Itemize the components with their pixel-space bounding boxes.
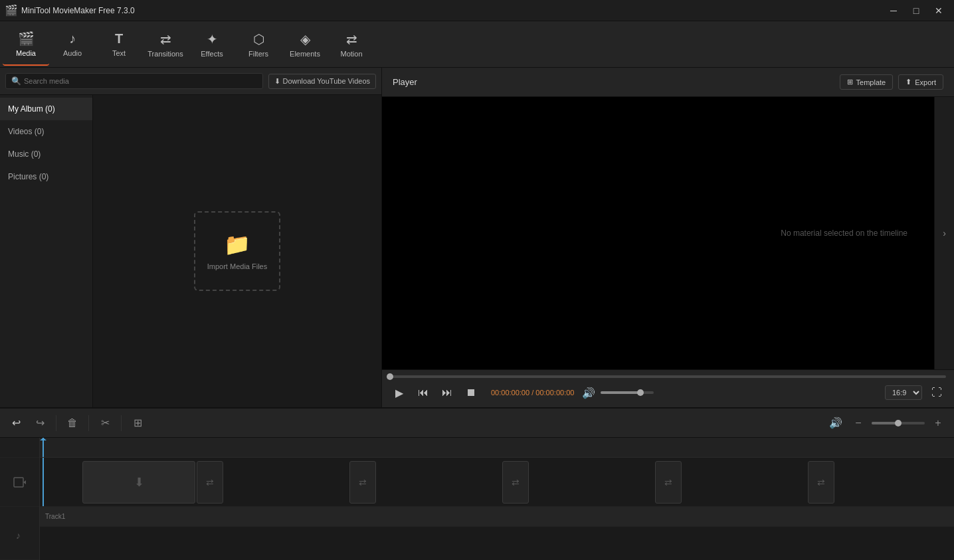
sidebar-item-pictures[interactable]: Pictures (0) [0,165,92,188]
toolbar-separator-3 [121,415,122,431]
undo-button[interactable]: ↩ [5,413,27,434]
zoom-slider[interactable] [872,422,925,424]
elements-icon: ◈ [300,31,310,47]
timeline-ruler [40,438,954,458]
left-panel-header: 🔍 ⬇ Download YouTube Videos [0,68,381,95]
export-icon: ⬆ [906,78,911,86]
zoom-in-button[interactable]: + [927,413,949,434]
clip-download-icon: ⬇ [134,475,144,490]
main-content: 🔍 ⬇ Download YouTube Videos My Album (0)… [0,68,954,407]
sidebar-label-my-album: My Album (0) [8,104,55,114]
sidebar-item-videos[interactable]: Videos (0) [0,120,92,143]
effects-icon: ✦ [207,31,218,47]
transition-2[interactable]: ⇄ [349,461,376,504]
side-panel-toggle[interactable]: › [934,97,954,369]
toolbar-label-transitions: Transitions [147,50,183,58]
import-media-box[interactable]: 📁 Import Media Files [194,211,280,291]
toolbar-item-motion[interactable]: ⇄ Motion [328,23,375,66]
template-button[interactable]: ⊞ Template [840,74,894,90]
toolbar-item-text[interactable]: T Text [96,23,142,66]
player-header: Player ⊞ Template ⬆ Export [382,68,954,97]
aspect-ratio-select[interactable]: 16:9 9:16 4:3 1:1 [885,385,922,400]
time-display: 00:00:00:00 / 00:00:00:00 [491,389,574,397]
export-button[interactable]: ⬆ Export [898,74,943,90]
app-logo-icon: 🎬 [5,4,18,17]
no-material-label: No material selected on the timeline [781,229,907,238]
audio-track-row [40,527,954,560]
audio-track-button[interactable]: ♪ [0,511,39,560]
window-controls: ─ □ ✕ [884,1,949,20]
video-track-row: ⬇ ⇄ ⇄ ⇄ ⇄ ⇄ [40,458,954,507]
volume-knob[interactable] [637,389,644,396]
prev-frame-button[interactable]: ⏮ [414,383,432,402]
transition-arrow-3: ⇄ [512,477,520,488]
transition-arrow-1: ⇄ [206,477,214,488]
progress-bar[interactable] [390,375,946,378]
transition-arrow-4: ⇄ [664,477,672,488]
fullscreen-button[interactable]: ⛶ [927,383,946,402]
sidebar-item-my-album[interactable]: My Album (0) [0,98,92,120]
transition-4[interactable]: ⇄ [655,461,682,504]
motion-icon: ⇄ [346,31,357,47]
text-icon: T [115,31,123,47]
template-icon: ⊞ [847,78,853,86]
sidebar-item-music[interactable]: Music (0) [0,143,92,165]
timeline-right-controls: 🔊 − + [829,413,949,434]
chevron-right-icon: › [943,228,946,238]
volume-icon-tl: 🔊 [829,417,842,429]
time-total: 00:00:00:00 [535,389,574,397]
volume-icon[interactable]: 🔊 [579,383,598,402]
left-panel-body: My Album (0) Videos (0) Music (0) Pictur… [0,95,381,407]
toolbar-item-audio[interactable]: ♪ Audio [49,23,96,66]
export-label: Export [915,78,936,86]
video-track-button[interactable] [0,458,39,507]
app-title: MiniTool MovieMaker Free 7.3.0 [21,6,884,15]
sidebar: My Album (0) Videos (0) Music (0) Pictur… [0,95,93,407]
toolbar-item-media[interactable]: 🎬 Media [3,23,49,66]
sidebar-label-videos: Videos (0) [8,127,44,136]
track1-label-row: Track1 [40,507,954,527]
media-area: 📁 Import Media Files [93,95,381,407]
maximize-button[interactable]: □ [906,1,926,20]
transition-5[interactable]: ⇄ [808,461,834,504]
search-wrap[interactable]: 🔍 [5,73,263,89]
toolbar-separator [56,415,56,431]
stop-button[interactable]: ⏹ [462,383,480,402]
filters-icon: ⬡ [253,31,264,47]
controls-row: ▶ ⏮ ⏭ ⏹ 00:00:00:00 / 00:00:00:00 🔊 [390,383,946,402]
transition-3[interactable]: ⇄ [502,461,529,504]
toolbar-item-effects[interactable]: ✦ Effects [189,23,235,66]
import-label: Import Media Files [207,262,267,270]
volume-fill [601,391,640,394]
progress-knob[interactable] [387,373,393,380]
download-youtube-button[interactable]: ⬇ Download YouTube Videos [268,74,377,89]
toolbar-label-audio: Audio [63,49,82,57]
toolbar-label-effects: Effects [201,50,223,58]
playhead[interactable] [43,438,44,457]
zoom-out-button[interactable]: − [848,413,869,434]
delete-button[interactable]: 🗑 [62,413,83,434]
search-input[interactable] [24,77,257,85]
timeline-ruler-label [0,438,39,458]
volume-control: 🔊 [579,383,654,402]
toolbar-item-transitions[interactable]: ⇄ Transitions [142,23,189,66]
transition-1[interactable]: ⇄ [197,461,223,504]
main-clip[interactable]: ⬇ [82,461,195,504]
timeline-tracks-area[interactable]: ⬇ ⇄ ⇄ ⇄ ⇄ ⇄ [40,438,954,560]
split-button[interactable]: ✂ [94,413,116,434]
crop-button[interactable]: ⊞ [127,413,148,434]
next-frame-button[interactable]: ⏭ [438,383,456,402]
minimize-button[interactable]: ─ [884,1,904,20]
toolbar-label-filters: Filters [248,50,268,58]
zoom-knob[interactable] [895,420,902,426]
transition-arrow-5: ⇄ [817,477,825,488]
search-icon: 🔍 [11,76,21,86]
redo-button[interactable]: ↪ [29,413,50,434]
close-button[interactable]: ✕ [929,1,949,20]
play-button[interactable]: ▶ [390,383,409,402]
toolbar-item-filters[interactable]: ⬡ Filters [235,23,282,66]
toolbar-item-elements[interactable]: ◈ Elements [282,23,328,66]
time-current: 00:00:00:00 [491,389,529,397]
volume-slider[interactable] [601,391,654,394]
timeline-body: ♪ ⬇ ⇄ [0,438,954,560]
